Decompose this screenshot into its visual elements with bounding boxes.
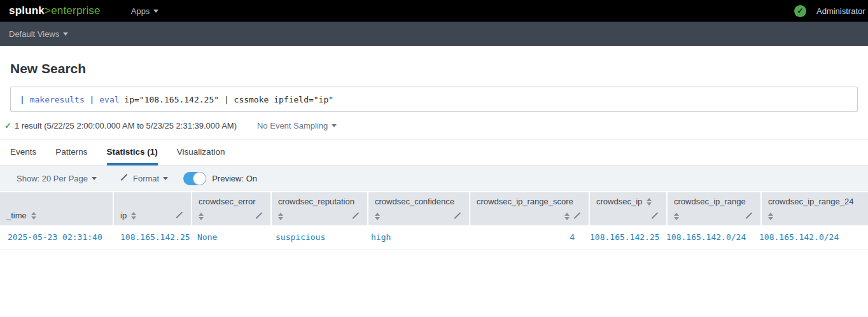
checkmark-icon: ✓ [4, 121, 11, 130]
results-tab-bar: EventsPatternsStatistics (1)Visualizatio… [0, 139, 868, 165]
table-header-row: _timeipcrowdsec_errorcrowdsec_reputation… [0, 192, 868, 225]
preview-status-label: Preview: On [212, 174, 257, 183]
column-header-crowdsec-reputation[interactable]: crowdsec_reputation [272, 192, 367, 225]
cell-crowdsec-ip[interactable]: 108.165.142.25 [582, 225, 659, 249]
event-sampling-menu[interactable]: No Event Sampling [257, 121, 337, 130]
page-title: New Search [10, 61, 868, 76]
cell-crowdsec-confidence[interactable]: high [363, 225, 464, 249]
cell-crowdsec-ip-range-score[interactable]: 4 [464, 225, 582, 249]
column-header-crowdsec-confidence[interactable]: crowdsec_confidence [368, 192, 469, 225]
sort-icon [131, 212, 136, 220]
topbar-right-section: ✓ Administrator [794, 0, 865, 22]
format-label: Format [133, 174, 159, 183]
result-summary-line: ✓ 1 result (5/22/25 2:00:00.000 AM to 5/… [4, 121, 868, 130]
header-row [674, 213, 754, 220]
search-input[interactable]: | makeresults | eval ip="108.165.142.25"… [10, 87, 858, 112]
sort-icon [31, 212, 36, 220]
result-summary-text: 1 result (5/22/25 2:00:00.000 AM to 5/23… [15, 121, 237, 130]
header-row: crowdsec_confidence [375, 197, 463, 206]
query-segment-command: makeresults [30, 95, 85, 104]
top-navbar: splunk>enterprise Apps ✓ Administrator [0, 0, 868, 22]
sort-icon [647, 198, 652, 206]
header-row: crowdsec_error [199, 197, 264, 206]
cell-crowdsec-ip-range[interactable]: 108.165.142.0/24 [659, 225, 752, 249]
query-segment-plain: | [85, 95, 99, 104]
column-header-time[interactable]: _time [0, 192, 113, 225]
format-dropdown[interactable]: Format [121, 174, 168, 183]
app-navbar: Default Views [0, 22, 868, 46]
column-header-label: crowdsec_ip [596, 197, 642, 206]
column-header-crowdsec-ip-range-score[interactable]: crowdsec_ip_range_score [470, 192, 589, 225]
cell-crowdsec-error[interactable]: None [190, 225, 268, 249]
column-header-label: crowdsec_ip_range [674, 197, 746, 206]
default-views-menu[interactable]: Default Views [9, 29, 68, 39]
sort-icon [375, 213, 380, 220]
logo-brand-text: splunk [9, 4, 45, 17]
default-views-label: Default Views [9, 29, 59, 39]
edit-column-icon[interactable] [652, 213, 660, 220]
header-row [596, 213, 660, 220]
column-header-label: crowdsec_ip_range_score [477, 197, 573, 206]
header-row [375, 213, 463, 220]
tab-events[interactable]: Events [10, 139, 36, 166]
header-row: crowdsec_ip_range [674, 197, 754, 206]
chevron-down-icon [153, 10, 158, 13]
header-row: crowdsec_ip [596, 197, 660, 206]
per-page-label: Show: 20 Per Page [17, 174, 88, 183]
column-header-ip[interactable]: ip [114, 192, 191, 225]
query-segment-plain: | [20, 95, 30, 104]
toggle-knob [193, 172, 206, 185]
header-row [477, 213, 582, 220]
cell-crowdsec-ip-range-24[interactable]: 108.165.142.0/24 [752, 225, 868, 249]
edit-column-icon[interactable] [256, 213, 264, 220]
column-header-crowdsec-ip-range[interactable]: crowdsec_ip_range [668, 192, 760, 225]
sort-icon [564, 213, 570, 220]
cell-ip[interactable]: 108.165.142.25 [113, 225, 190, 249]
cell-time[interactable]: 2025-05-23 02:31:40 [0, 225, 113, 249]
edit-column-icon[interactable] [746, 213, 754, 220]
header-row [199, 213, 264, 220]
tab-visualization[interactable]: Visualization [177, 139, 225, 166]
event-sampling-label: No Event Sampling [257, 121, 328, 130]
cell-crowdsec-reputation[interactable]: suspicious [268, 225, 363, 249]
per-page-dropdown[interactable]: Show: 20 Per Page [17, 174, 97, 183]
results-toolbar: Show: 20 Per Page Format Preview: On [0, 165, 868, 191]
column-header-label: crowdsec_ip_range_24 [768, 197, 853, 206]
sort-icon [674, 213, 679, 220]
query-segment-plain: ip="108.165.142.25" | cssmoke ipfield="i… [120, 95, 334, 104]
chevron-down-icon [63, 32, 68, 36]
column-header-crowdsec-error[interactable]: crowdsec_error [192, 192, 270, 225]
sort-icon [278, 213, 283, 220]
header-row [278, 213, 361, 220]
statistics-table: _timeipcrowdsec_errorcrowdsec_reputation… [0, 192, 868, 250]
query-segment-command: eval [99, 95, 119, 104]
edit-column-icon[interactable] [353, 213, 361, 220]
sort-icon [768, 213, 773, 220]
column-header-crowdsec-ip[interactable]: crowdsec_ip [590, 192, 666, 225]
tab-patterns[interactable]: Patterns [55, 139, 87, 166]
header-row: _time [6, 211, 106, 220]
table-row: 2025-05-23 02:31:40108.165.142.25Nonesus… [0, 225, 868, 250]
preview-toggle[interactable] [183, 172, 206, 185]
user-menu[interactable]: Administrator [816, 6, 865, 16]
chevron-down-icon [92, 177, 97, 180]
tab-statistics-1[interactable]: Statistics (1) [107, 139, 158, 166]
header-row [768, 213, 868, 220]
splunk-logo[interactable]: splunk>enterprise [9, 4, 101, 17]
header-row: crowdsec_ip_range_score [477, 197, 582, 206]
edit-column-icon[interactable] [454, 213, 463, 220]
edit-column-icon[interactable] [176, 212, 185, 220]
column-header-label: ip [120, 211, 127, 220]
edit-column-icon[interactable] [574, 213, 582, 220]
chevron-down-icon [332, 124, 337, 127]
column-header-crowdsec-ip-range-24[interactable]: crowdsec_ip_range_24 [762, 192, 868, 225]
pencil-icon [121, 174, 129, 182]
column-header-label: _time [6, 211, 27, 220]
check-circle-icon[interactable]: ✓ [794, 5, 806, 17]
column-header-label: crowdsec_confidence [375, 197, 454, 206]
sort-icon [199, 213, 204, 220]
column-header-label: crowdsec_error [199, 197, 256, 206]
apps-menu-label: Apps [131, 6, 150, 16]
header-row: crowdsec_ip_range_24 [768, 197, 868, 206]
apps-menu[interactable]: Apps [131, 6, 159, 16]
